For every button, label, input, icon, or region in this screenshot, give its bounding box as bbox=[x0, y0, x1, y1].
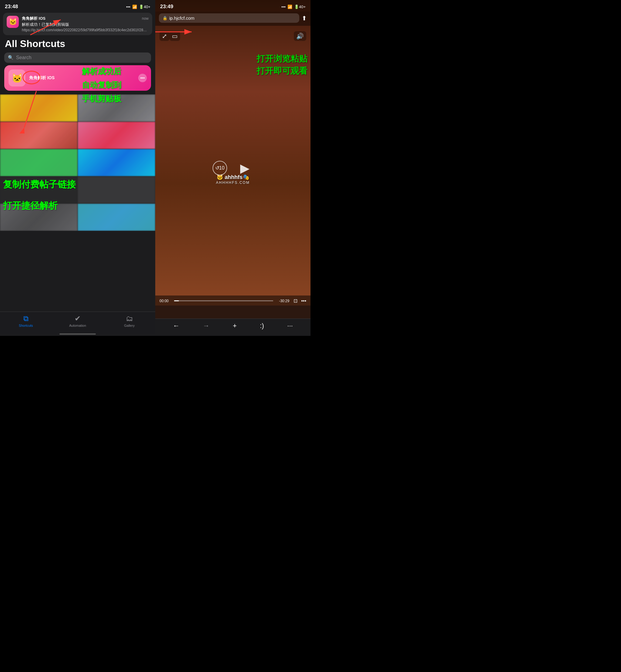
status-bar-right: 23:49 ▪▪▪ 📶 🔋40+ bbox=[155, 0, 310, 11]
right-anno-1: 打开浏览粘贴 bbox=[256, 53, 307, 65]
progress-bar-container: 00:00 -30:29 ⊡ ••• bbox=[160, 298, 306, 304]
tab-switcher-btn[interactable]: :) bbox=[260, 322, 264, 330]
notif-header: 角角解析 IOS now bbox=[22, 16, 149, 21]
color-grid bbox=[0, 94, 155, 231]
more-btn[interactable]: ··· bbox=[287, 322, 293, 330]
search-icon: 🔍 bbox=[8, 55, 14, 61]
add-tab-btn[interactable]: + bbox=[233, 322, 237, 330]
automation-icon: ✔ bbox=[75, 314, 81, 323]
tab-automation[interactable]: ✔ Automation bbox=[52, 314, 104, 327]
color-cell-teal-1 bbox=[78, 204, 155, 231]
app-header: All Shortcuts bbox=[0, 36, 155, 51]
back-btn[interactable]: ← bbox=[173, 322, 179, 330]
video-bottom-controls: 00:00 -30:29 ⊡ ••• bbox=[155, 295, 310, 306]
shortcuts-label: Shortcuts bbox=[19, 324, 33, 327]
current-time: 00:00 bbox=[160, 299, 172, 303]
app-card[interactable]: 🐱 角角解析 IOS ••• bbox=[4, 65, 151, 91]
wifi-icon: 📶 bbox=[132, 5, 137, 9]
more-video-btn[interactable]: ••• bbox=[301, 298, 306, 304]
tab-bar: ⧉ Shortcuts ✔ Automation 🗂 Gallery bbox=[0, 312, 155, 333]
time-right: 23:49 bbox=[160, 4, 173, 10]
right-anno-2: 打开即可观看 bbox=[256, 65, 307, 77]
status-icons-right: ▪▪▪ 📶 🔋40+ bbox=[281, 5, 306, 9]
home-indicator-left bbox=[59, 333, 96, 334]
volume-btn[interactable]: 🔊 bbox=[294, 31, 306, 41]
notif-app-icon: 🐱 bbox=[7, 16, 19, 28]
play-btn[interactable]: ▶ bbox=[236, 160, 253, 176]
app-title: All Shortcuts bbox=[5, 38, 151, 49]
browser-bottom-bar: ← → + :) ··· bbox=[155, 319, 310, 336]
right-panel: 23:49 ▪▪▪ 📶 🔋40+ 🔒 ip.hjcfcf.com ⬆ ⤢ ▭ 🔊… bbox=[155, 0, 310, 336]
search-placeholder: Search bbox=[16, 55, 32, 61]
watermark-sub: AHHHHFS.COM bbox=[216, 181, 250, 185]
replay-icon: ↺10 bbox=[215, 165, 225, 171]
url-field[interactable]: 🔒 ip.hjcfcf.com bbox=[159, 13, 299, 23]
progress-fill bbox=[174, 300, 179, 301]
progress-track[interactable] bbox=[174, 300, 273, 301]
color-cell-cyan-1 bbox=[78, 149, 155, 176]
url-text: ip.hjcfcf.com bbox=[169, 15, 194, 21]
time-left: 23:48 bbox=[5, 4, 18, 10]
battery-icon: 🔋40+ bbox=[139, 5, 151, 9]
status-icons-left: ▪▪▪ 📶 🔋40+ bbox=[126, 5, 151, 9]
tab-shortcuts[interactable]: ⧉ Shortcuts bbox=[0, 314, 52, 327]
app-card-more-btn[interactable]: ••• bbox=[138, 74, 147, 82]
airplay-icon[interactable]: ⊡ bbox=[293, 298, 297, 304]
red-circle-annotation bbox=[23, 71, 41, 84]
notif-content: 角角解析 IOS now 解析成功！已复制到剪辑版 https://ip.hjc… bbox=[22, 16, 149, 32]
notif-time: now bbox=[142, 16, 149, 21]
app-card-info: 角角解析 IOS bbox=[29, 75, 135, 81]
signal-icon-right: ▪▪▪ bbox=[281, 5, 286, 9]
notif-body: https://ip.hjcfcf.com/video/20220822/59d… bbox=[22, 28, 149, 32]
red-arrow-cross bbox=[155, 26, 195, 38]
color-cell-pink-1 bbox=[78, 122, 155, 149]
color-cell-green-1 bbox=[0, 149, 78, 176]
gallery-icon: 🗂 bbox=[126, 314, 133, 323]
notif-title: 解析成功！已复制到剪辑版 bbox=[22, 22, 149, 27]
color-cell-dark-2 bbox=[78, 176, 155, 204]
color-cell-dark-1 bbox=[0, 176, 78, 204]
forward-btn[interactable]: → bbox=[203, 322, 210, 330]
share-icon[interactable]: ⬆ bbox=[302, 14, 307, 22]
search-bar[interactable]: 🔍 Search bbox=[4, 52, 151, 63]
tab-gallery[interactable]: 🗂 Gallery bbox=[104, 314, 155, 327]
notification-banner[interactable]: 🐱 角角解析 IOS now 解析成功！已复制到剪辑版 https://ip.h… bbox=[3, 13, 152, 35]
shortcuts-icon: ⧉ bbox=[23, 314, 29, 323]
left-panel: 23:48 ▪▪▪ 📶 🔋40+ 🐱 角角解析 IOS now 解析成功！已复制… bbox=[0, 0, 155, 336]
duration-label: -30:29 bbox=[276, 299, 289, 303]
lock-icon: 🔒 bbox=[163, 16, 167, 20]
wifi-icon-right: 📶 bbox=[287, 5, 292, 9]
video-background bbox=[155, 0, 310, 306]
color-cell-gray-1 bbox=[78, 94, 155, 122]
gallery-label: Gallery bbox=[124, 324, 135, 327]
app-card-name: 角角解析 IOS bbox=[29, 75, 135, 81]
right-anno-text-2: 打开即可观看 bbox=[256, 66, 307, 76]
color-cell-red-1 bbox=[0, 122, 78, 149]
signal-icon: ▪▪▪ bbox=[126, 5, 130, 9]
right-anno-text-1: 打开浏览粘贴 bbox=[256, 54, 307, 64]
battery-icon-right: 🔋40+ bbox=[294, 5, 306, 9]
color-cell-gray-2 bbox=[0, 204, 78, 231]
automation-label: Automation bbox=[69, 324, 86, 327]
play-controls-center: ↺10 ▶ bbox=[213, 160, 253, 176]
browser-url-bar[interactable]: 🔒 ip.hjcfcf.com ⬆ bbox=[155, 11, 310, 26]
color-cell-yellow-1 bbox=[0, 94, 78, 122]
play-icon: ▶ bbox=[240, 161, 250, 175]
replay-btn[interactable]: ↺10 bbox=[213, 161, 227, 175]
status-bar-left: 23:48 ▪▪▪ 📶 🔋40+ bbox=[0, 0, 155, 11]
notif-app-name: 角角解析 IOS bbox=[22, 16, 45, 21]
